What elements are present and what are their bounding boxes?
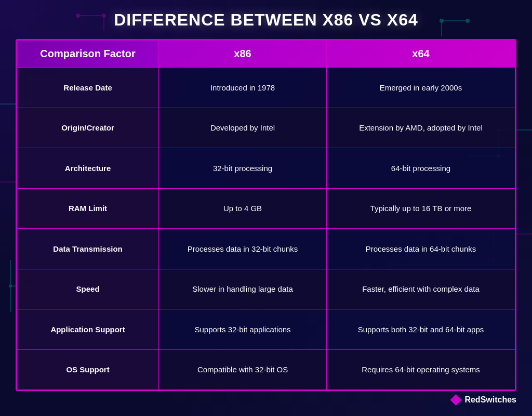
cell-x86: Up to 4 GB bbox=[159, 188, 327, 229]
cell-x86: Supports 32-bit applications bbox=[159, 309, 327, 350]
footer: RedSwitches bbox=[16, 391, 516, 406]
cell-x64: Requires 64-bit operating systems bbox=[326, 349, 515, 390]
cell-x64: Processes data in 64-bit chunks bbox=[326, 229, 515, 269]
cell-x64: Faster, efficient with complex data bbox=[326, 269, 515, 309]
brand-logo: RedSwitches bbox=[450, 394, 516, 406]
table-body: Release DateIntroduced in 1978Emerged in… bbox=[17, 68, 515, 390]
table-row: OS SupportCompatible with 32-bit OSRequi… bbox=[17, 349, 515, 390]
cell-x86: 32-bit processing bbox=[159, 148, 327, 189]
comparison-table-wrapper: Comparison Factor x86 x64 Release DateIn… bbox=[16, 39, 516, 391]
cell-x86: Processes data in 32-bit chunks bbox=[159, 229, 327, 269]
page-title: DIFFERENCE BETWEEN X86 VS X64 bbox=[16, 10, 516, 30]
cell-factor: Release Date bbox=[17, 68, 159, 108]
header-x86: x86 bbox=[159, 41, 327, 68]
cell-x64: Supports both 32-bit and 64-bit apps bbox=[326, 309, 515, 350]
cell-x64: 64-bit processing bbox=[326, 148, 515, 189]
comparison-table: Comparison Factor x86 x64 Release DateIn… bbox=[17, 40, 515, 390]
table-header-row: Comparison Factor x86 x64 bbox=[17, 41, 515, 68]
table-row: SpeedSlower in handling large dataFaster… bbox=[17, 269, 515, 309]
table-row: Origin/CreatorDeveloped by IntelExtensio… bbox=[17, 108, 515, 148]
main-container: DIFFERENCE BETWEEN X86 VS X64 Comparison… bbox=[0, 0, 532, 416]
cell-x86: Compatible with 32-bit OS bbox=[159, 349, 327, 390]
cell-x64: Typically up to 16 TB or more bbox=[326, 188, 515, 229]
brand-name: RedSwitches bbox=[464, 395, 516, 405]
table-row: Architecture32-bit processing64-bit proc… bbox=[17, 148, 515, 189]
cell-factor: OS Support bbox=[17, 349, 159, 390]
table-row: Release DateIntroduced in 1978Emerged in… bbox=[17, 68, 515, 108]
table-row: Data TransmissionProcesses data in 32-bi… bbox=[17, 229, 515, 269]
header-factor: Comparison Factor bbox=[17, 41, 159, 68]
cell-x86: Slower in handling large data bbox=[159, 269, 327, 309]
cell-factor: Application Support bbox=[17, 309, 159, 350]
cell-factor: Speed bbox=[17, 269, 159, 309]
cell-factor: Origin/Creator bbox=[17, 108, 159, 148]
header-x64: x64 bbox=[326, 41, 515, 68]
table-row: Application SupportSupports 32-bit appli… bbox=[17, 309, 515, 350]
cell-x64: Extension by AMD, adopted by Intel bbox=[326, 108, 515, 148]
brand-icon bbox=[450, 394, 461, 406]
cell-x64: Emerged in early 2000s bbox=[326, 68, 515, 108]
cell-x86: Developed by Intel bbox=[159, 108, 327, 148]
cell-x86: Introduced in 1978 bbox=[159, 68, 327, 108]
cell-factor: Architecture bbox=[17, 148, 159, 189]
table-row: RAM LimitUp to 4 GBTypically up to 16 TB… bbox=[17, 188, 515, 229]
cell-factor: Data Transmission bbox=[17, 229, 159, 269]
cell-factor: RAM Limit bbox=[17, 188, 159, 229]
